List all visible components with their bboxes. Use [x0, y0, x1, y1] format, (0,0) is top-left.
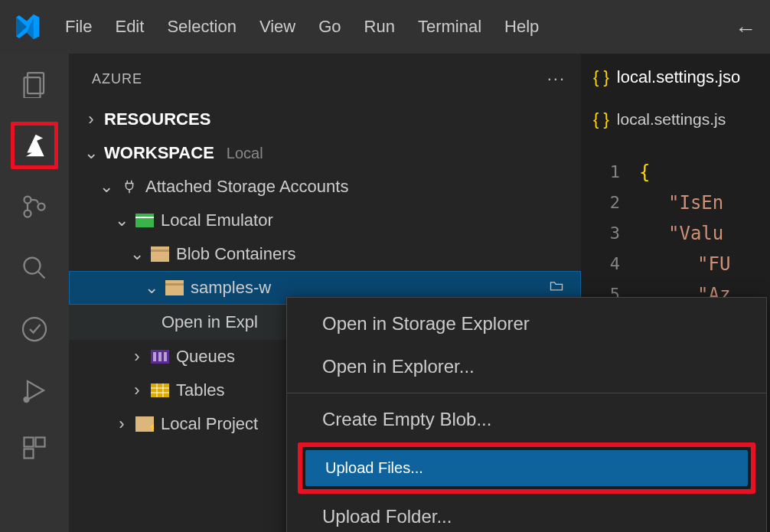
json-file-icon: { }	[593, 67, 609, 87]
search-icon[interactable]	[19, 253, 50, 283]
svg-rect-16	[151, 250, 169, 252]
menu-go[interactable]: Go	[318, 17, 341, 37]
svg-point-2	[24, 197, 31, 204]
chevron-down-icon: ⌄	[100, 177, 113, 197]
attached-storage-row[interactable]: ⌄ Attached Storage Accounts	[69, 170, 581, 204]
tab-title: local.settings.jso	[617, 67, 740, 87]
svg-rect-14	[135, 217, 154, 218]
code-line: "IsEn	[668, 192, 723, 214]
explorer-icon[interactable]	[19, 69, 50, 100]
source-control-icon[interactable]	[19, 191, 50, 222]
line-numbers: 1 2 3 4 5	[582, 157, 628, 310]
sidebar-title: AZURE	[92, 71, 142, 87]
svg-point-7	[23, 318, 46, 341]
chevron-down-icon: ⌄	[145, 278, 158, 298]
emulator-label: Local Emulator	[161, 211, 273, 230]
svg-rect-10	[24, 438, 34, 447]
cm-open-storage-explorer[interactable]: Open in Storage Explorer	[287, 302, 766, 345]
extensions-icon[interactable]	[19, 432, 50, 463]
svg-rect-17	[165, 280, 184, 295]
cm-upload-files[interactable]: Upload Files...	[302, 447, 751, 489]
svg-rect-20	[153, 352, 156, 361]
blob-label: Blob Containers	[176, 244, 296, 264]
cm-upload-folder[interactable]: Upload Folder...	[287, 495, 766, 532]
svg-text:⚡: ⚡	[148, 421, 154, 432]
chevron-down-icon: ⌄	[115, 211, 129, 230]
blob-containers-row[interactable]: ⌄ Blob Containers	[69, 237, 581, 271]
menu-help[interactable]: Help	[504, 17, 539, 37]
azure-activity-highlight	[11, 122, 58, 169]
folder-icon	[150, 246, 170, 263]
chevron-right-icon: ›	[115, 414, 129, 434]
title-bar: File Edit Selection View Go Run Terminal…	[0, 0, 770, 54]
svg-point-4	[38, 204, 45, 211]
code-line: {	[639, 162, 650, 183]
sidebar-header: AZURE ···	[69, 54, 581, 103]
chevron-down-icon: ⌄	[130, 244, 144, 264]
svg-rect-1	[24, 77, 41, 98]
line-number: 3	[582, 218, 620, 249]
svg-rect-0	[28, 73, 44, 93]
chevron-right-icon: ›	[84, 109, 98, 129]
open-explorer-label: Open in Expl	[162, 312, 258, 332]
svg-rect-23	[151, 383, 169, 397]
queues-icon	[150, 348, 170, 365]
tables-label: Tables	[176, 380, 225, 400]
attached-label: Attached Storage Accounts	[145, 177, 348, 197]
queues-label: Queues	[176, 347, 235, 367]
svg-rect-22	[164, 352, 167, 361]
back-arrow-icon[interactable]: ←	[735, 17, 756, 41]
chevron-right-icon: ›	[130, 347, 144, 367]
line-number: 1	[582, 157, 620, 188]
workspace-section[interactable]: ⌄ WORKSPACE Local	[69, 136, 581, 170]
more-actions-icon[interactable]: ···	[547, 69, 566, 89]
menubar: File Edit Selection View Go Run Terminal…	[65, 17, 539, 37]
menu-file[interactable]: File	[65, 17, 92, 37]
svg-rect-15	[151, 246, 169, 262]
menu-terminal[interactable]: Terminal	[418, 17, 481, 37]
code-content[interactable]: { "IsEn "Valu "FU "Az	[639, 157, 730, 310]
local-project-label: Local Project	[161, 414, 258, 434]
breadcrumb-label: local.settings.js	[617, 110, 726, 129]
resources-section[interactable]: › RESOURCES	[69, 103, 581, 136]
menu-run[interactable]: Run	[364, 17, 395, 37]
activity-bar	[0, 54, 69, 532]
menu-selection[interactable]: Selection	[167, 17, 237, 37]
tables-icon	[150, 382, 170, 399]
svg-rect-21	[158, 352, 162, 361]
separator	[287, 393, 766, 393]
run-debug-icon[interactable]	[19, 375, 50, 406]
chevron-right-icon: ›	[130, 380, 144, 400]
workspace-badge: Local	[227, 145, 263, 162]
cm-open-explorer[interactable]: Open in Explorer...	[287, 345, 766, 388]
breadcrumb[interactable]: { } local.settings.js	[582, 102, 770, 137]
json-file-icon: { }	[593, 109, 609, 129]
svg-point-9	[24, 397, 29, 402]
cm-upload-files-highlight: Upload Files...	[298, 442, 755, 494]
workspace-label: WORKSPACE	[104, 143, 214, 163]
vscode-logo-icon	[11, 11, 42, 42]
line-number: 4	[582, 249, 620, 279]
svg-line-6	[38, 272, 45, 279]
chevron-down-icon: ⌄	[84, 143, 98, 163]
code-line: "Valu	[668, 223, 723, 244]
svg-rect-18	[165, 283, 184, 286]
project-icon: ⚡	[135, 416, 155, 432]
open-file-icon[interactable]	[548, 278, 565, 298]
editor-tab[interactable]: { } local.settings.jso	[582, 54, 770, 102]
local-emulator-row[interactable]: ⌄ Local Emulator	[69, 204, 581, 237]
svg-rect-13	[135, 214, 154, 227]
line-number: 2	[582, 188, 620, 218]
menu-edit[interactable]: Edit	[115, 17, 144, 37]
context-menu: Open in Storage Explorer Open in Explore…	[286, 297, 767, 532]
svg-point-5	[24, 258, 41, 274]
menu-view[interactable]: View	[259, 17, 295, 37]
cm-create-empty-blob[interactable]: Create Empty Blob...	[287, 398, 766, 441]
folder-icon	[165, 279, 184, 296]
svg-point-3	[24, 211, 31, 217]
resources-label: RESOURCES	[104, 109, 210, 129]
test-icon[interactable]	[19, 314, 50, 344]
code-line: "FU	[697, 253, 730, 275]
samples-label: samples-w	[191, 278, 271, 298]
azure-icon[interactable]	[19, 130, 50, 161]
